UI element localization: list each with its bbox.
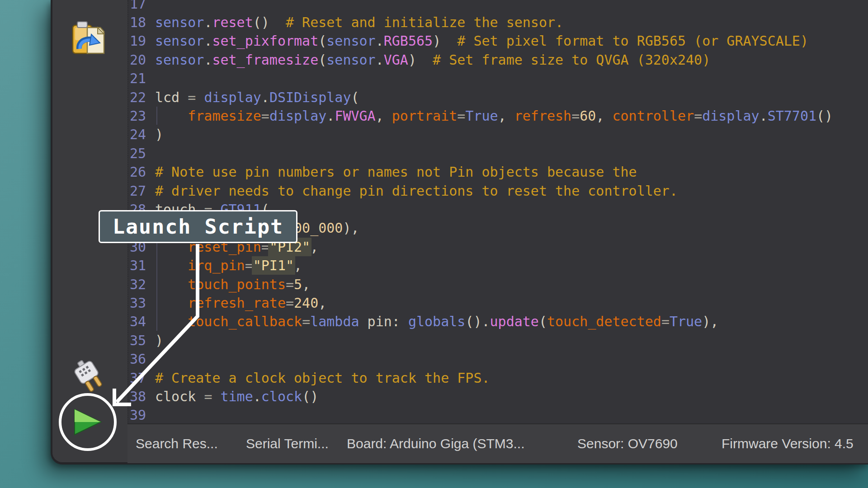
code-line: 37# Create a clock object to track the F…: [128, 368, 490, 387]
code-line: 17: [128, 0, 155, 13]
plug-icon: [66, 360, 113, 395]
code-line: 19sensor.set_pixformat(sensor.RGB565) # …: [128, 32, 808, 51]
code-line: 18sensor.reset() # Reset and initialize …: [128, 13, 563, 32]
code-line: 25: [128, 144, 155, 163]
code-line: 27# driver needs to change pin direction…: [128, 181, 678, 200]
code-text: sensor.set_framesize(sensor.VGA) # Set f…: [148, 52, 710, 68]
line-number: 37: [128, 370, 148, 386]
code-line: 34 touch_callback=lambda pin: globals().…: [128, 312, 718, 331]
code-line: 38clock = time.clock(): [128, 387, 318, 406]
line-number: 19: [128, 33, 148, 49]
line-number: 25: [128, 145, 148, 161]
code-text: clock = time.clock(): [148, 389, 318, 404]
status-firmware-version[interactable]: Firmware Version: 4.5: [722, 424, 854, 463]
copy-file-button[interactable]: [71, 0, 106, 14]
tab-serial-terminal[interactable]: Serial Termi...: [246, 424, 329, 463]
code-text: ): [148, 333, 163, 348]
code-line: 20sensor.set_framesize(sensor.VGA) # Set…: [128, 50, 710, 69]
open-file-icon: [71, 21, 106, 56]
line-number: 35: [128, 333, 148, 348]
line-number: 32: [128, 277, 148, 292]
launch-script-tooltip-label: Launch Script: [113, 215, 283, 239]
line-number: 34: [128, 314, 148, 329]
line-number: 39: [128, 407, 148, 423]
code-text: # driver needs to change pin directions …: [148, 183, 678, 199]
line-number: 36: [128, 351, 148, 367]
tab-search-results[interactable]: Search Res...: [136, 424, 218, 463]
open-file-button[interactable]: [71, 21, 106, 56]
code-line: 21: [128, 69, 155, 88]
line-number: 17: [128, 0, 148, 12]
code-line: 26# Note use pin numbers or names not Pi…: [128, 163, 637, 182]
line-number: 20: [128, 52, 148, 68]
code-text: touch_points=5,: [148, 277, 310, 292]
code-text: irq_pin="PI1",: [148, 258, 302, 273]
annotation-circle: [59, 393, 117, 451]
desktop: { "annotation": { "tooltip_label": "Laun…: [0, 0, 868, 488]
code-text: refresh_rate=240,: [148, 295, 326, 311]
code-line: 32 touch_points=5,: [128, 275, 310, 294]
code-text: ): [148, 127, 163, 142]
code-line: 35): [128, 331, 163, 350]
launch-script-tooltip: Launch Script: [99, 210, 297, 243]
line-number: 18: [128, 14, 148, 30]
code-line: 36: [128, 350, 155, 369]
code-line: 24): [128, 125, 163, 144]
status-bar: Search Res...Serial Termi...Board: Ardui…: [127, 423, 868, 463]
code-line: 22lcd = display.DSIDisplay(: [128, 88, 359, 107]
line-number: 21: [128, 70, 148, 86]
code-line: 31 irq_pin="PI1",: [128, 256, 302, 275]
documents-icon: [71, 0, 106, 14]
code-line: 39: [128, 406, 155, 423]
connect-button[interactable]: [66, 360, 113, 395]
code-text: touch_callback=lambda pin: globals().upd…: [148, 314, 718, 329]
status-sensor[interactable]: Sensor: OV7690: [577, 424, 678, 463]
code-text: # Note use pin numbers or names not Pin …: [148, 164, 637, 180]
line-number: 22: [128, 89, 148, 105]
code-text: # Create a clock object to track the FPS…: [148, 370, 490, 386]
line-number: 31: [128, 258, 148, 273]
code-line: 23 framesize=display.FWVGA, portrait=Tru…: [128, 106, 833, 125]
line-number: 27: [128, 183, 148, 199]
code-line: 33 refresh_rate=240,: [128, 293, 326, 312]
code-text: sensor.set_pixformat(sensor.RGB565) # Se…: [148, 33, 808, 49]
line-number: 23: [128, 108, 148, 124]
code-text: sensor.reset() # Reset and initialize th…: [148, 14, 563, 30]
line-number: 24: [128, 127, 148, 142]
line-number: 38: [128, 389, 148, 404]
line-number: 26: [128, 164, 148, 180]
code-text: lcd = display.DSIDisplay(: [148, 89, 359, 105]
code-text: framesize=display.FWVGA, portrait=True, …: [148, 108, 833, 124]
status-board[interactable]: Board: Arduino Giga (STM3...: [347, 424, 525, 463]
line-number: 33: [128, 295, 148, 311]
